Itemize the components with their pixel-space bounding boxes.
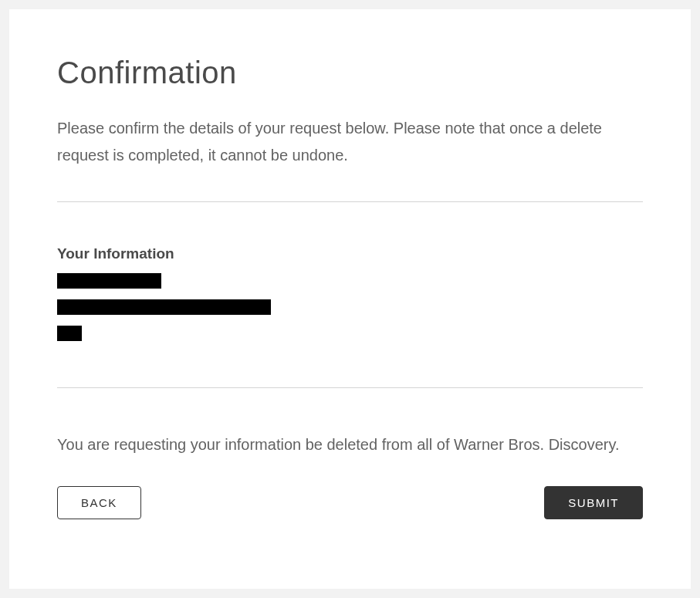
divider <box>57 387 643 388</box>
redacted-info-block <box>57 273 643 341</box>
divider <box>57 201 643 202</box>
redacted-line-2 <box>57 299 271 315</box>
your-information-heading: Your Information <box>57 245 643 262</box>
submit-button[interactable]: SUBMIT <box>544 486 643 519</box>
redacted-line-3 <box>57 326 82 341</box>
request-summary-text: You are requesting your information be d… <box>57 431 643 458</box>
redacted-line-1 <box>57 273 161 289</box>
page-title: Confirmation <box>57 56 643 90</box>
confirmation-description: Please confirm the details of your reque… <box>57 115 643 169</box>
confirmation-card: Confirmation Please confirm the details … <box>9 9 691 589</box>
back-button[interactable]: BACK <box>57 486 141 519</box>
button-row: BACK SUBMIT <box>57 486 643 519</box>
